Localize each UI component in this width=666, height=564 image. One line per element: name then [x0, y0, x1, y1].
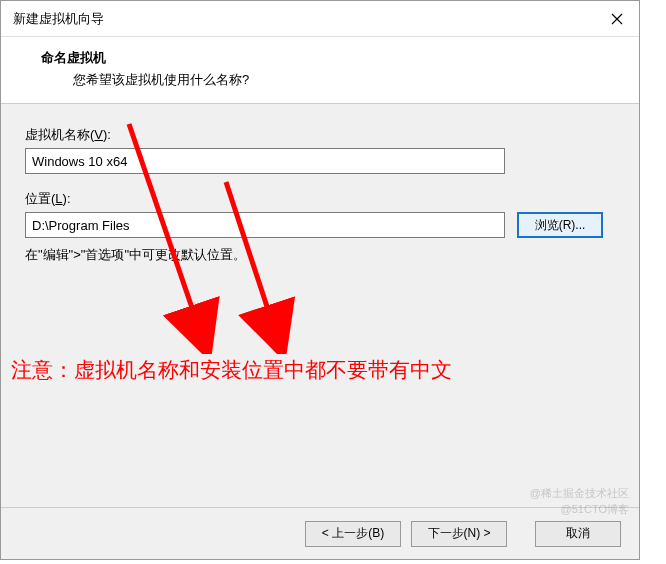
location-row: 浏览(R)...: [25, 212, 615, 238]
watermark: @稀土掘金技术社区 @51CTO博客: [530, 486, 629, 517]
vm-name-label: 虚拟机名称(V):: [25, 126, 615, 144]
close-icon[interactable]: [595, 1, 639, 36]
page-heading: 命名虚拟机: [41, 49, 615, 67]
back-button[interactable]: < 上一步(B): [305, 521, 401, 547]
location-label: 位置(L):: [25, 190, 615, 208]
wizard-content: 虚拟机名称(V): 位置(L): 浏览(R)... 在"编辑">"首选项"中可更…: [1, 104, 639, 524]
cancel-button[interactable]: 取消: [535, 521, 621, 547]
page-subheading: 您希望该虚拟机使用什么名称?: [73, 71, 615, 89]
wizard-header: 命名虚拟机 您希望该虚拟机使用什么名称?: [1, 37, 639, 104]
default-location-hint: 在"编辑">"首选项"中可更改默认位置。: [25, 246, 615, 264]
titlebar: 新建虚拟机向导: [1, 1, 639, 37]
browse-button[interactable]: 浏览(R)...: [517, 212, 603, 238]
vm-name-row: [25, 148, 615, 174]
warning-annotation: 注意：虚拟机名称和安装位置中都不要带有中文: [11, 356, 452, 384]
next-button[interactable]: 下一步(N) >: [411, 521, 507, 547]
vm-name-input[interactable]: [25, 148, 505, 174]
wizard-window: 新建虚拟机向导 命名虚拟机 您希望该虚拟机使用什么名称? 虚拟机名称(V): 位…: [0, 0, 640, 560]
location-input[interactable]: [25, 212, 505, 238]
window-title: 新建虚拟机向导: [13, 10, 104, 28]
